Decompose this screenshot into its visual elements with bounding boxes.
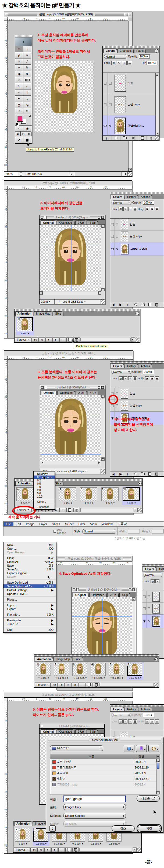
- file-row[interactable]: 2.토마토토이즈 2004.11.20: [50, 765, 156, 770]
- menu-item[interactable]: File Info...⇧⌘K: [3, 613, 56, 617]
- height-field[interactable]: [152, 529, 164, 533]
- unify-style-button[interactable]: ▣: [155, 207, 159, 211]
- link-toggle[interactable]: [109, 82, 112, 85]
- tab-optimized[interactable]: Optimized: [57, 391, 75, 395]
- style-select[interactable]: Normal: [82, 529, 116, 534]
- link-toggle[interactable]: [116, 235, 118, 238]
- animation-frame[interactable]: 3 1 sec.▾: [58, 487, 77, 505]
- fill-value[interactable]: 100%: [147, 61, 158, 65]
- menu-item-current[interactable]: 1 seconds: [34, 505, 54, 508]
- menu-item[interactable]: Import▶: [3, 603, 56, 607]
- menu-edit[interactable]: Edit: [13, 522, 24, 526]
- layer-name[interactable]: 눈섭 copy: [126, 103, 140, 106]
- layer-row[interactable]: [142, 591, 164, 603]
- collapse-box-icon[interactable]: [132, 588, 135, 591]
- layer-name[interactable]: 금발머리여...: [126, 124, 144, 128]
- tab-image-map[interactable]: Image Map: [34, 311, 52, 316]
- frame-delay[interactable]: 1 sec.▾: [16, 501, 34, 504]
- layer-mask-icon[interactable]: [132, 471, 139, 476]
- tab-layers[interactable]: Layers: [111, 364, 124, 368]
- link-toggle[interactable]: [116, 223, 118, 226]
- lock-paint-button[interactable]: ✎: [117, 61, 121, 65]
- lock-all-button[interactable]: [127, 61, 132, 65]
- menu-item[interactable]: Preview In▶: [3, 618, 56, 622]
- frame-delay[interactable]: ∵0.1 sec.▾: [91, 676, 106, 679]
- close-box-icon[interactable]: [73, 588, 75, 591]
- close-box-icon[interactable]: [5, 13, 8, 16]
- visibility-toggle[interactable]: [111, 235, 114, 238]
- tab-history[interactable]: History: [157, 567, 164, 571]
- menu-item[interactable]: Jump To▶: [3, 622, 56, 626]
- tab-layers[interactable]: Layers: [111, 707, 124, 711]
- magic-wand-tool-icon[interactable]: ✶: [23, 52, 31, 59]
- play-button[interactable]: ▶: [65, 683, 72, 687]
- tab-slice[interactable]: Slice: [53, 311, 64, 316]
- menu-select[interactable]: Select: [63, 522, 76, 526]
- layer-thumbnail[interactable]: [115, 96, 126, 113]
- animation-frame[interactable]: 1 ∵1 sec.▾: [35, 662, 52, 680]
- menu-item[interactable]: 10.0: [34, 495, 54, 498]
- frame-delay[interactable]: 0.1 sec.▾: [52, 842, 67, 845]
- lock-paint-button[interactable]: ✎: [123, 207, 127, 211]
- duplicate-frame-button[interactable]: [67, 508, 73, 512]
- animation-frame[interactable]: 1 1 sec.▾: [16, 487, 35, 505]
- doc-titlebar[interactable]: Untitled-1 @ 300%(Origi···: [40, 724, 104, 728]
- lock-paint-button[interactable]: ✎: [155, 579, 159, 583]
- scroll-right-icon[interactable]: [131, 338, 135, 342]
- brush-icon[interactable]: ✎: [115, 242, 119, 255]
- column-date[interactable]: 수정일: [133, 755, 156, 758]
- unify-style-button[interactable]: ▣: [155, 376, 159, 380]
- blend-mode-select[interactable]: Normal: [144, 572, 162, 577]
- eye-icon[interactable]: [143, 620, 146, 622]
- tab-4up[interactable]: 4-Up: [87, 220, 98, 224]
- menu-item-other[interactable]: Other...: [34, 500, 54, 503]
- next-frame-icon[interactable]: |▶: [117, 471, 124, 476]
- tab-animation[interactable]: Animation: [15, 481, 33, 486]
- layer-name[interactable]: 입술: [128, 392, 135, 396]
- tab-layers[interactable]: Layers: [104, 49, 117, 53]
- doc-vscroll[interactable]: [101, 225, 105, 291]
- layer-row[interactable]: 눈섭 copy: [103, 94, 155, 115]
- resize-grip[interactable]: [101, 300, 105, 304]
- lock-transparency-button[interactable]: ▨: [151, 579, 155, 583]
- collapse-box-icon[interactable]: [101, 216, 104, 219]
- lock-transparency-button[interactable]: ▨: [119, 207, 123, 211]
- palette-resize-grip[interactable]: [155, 135, 159, 141]
- brush-icon[interactable]: ✎: [147, 615, 151, 628]
- animation-frame-selected[interactable]: 6 ∵0.5 sec.▾: [127, 662, 143, 680]
- frames-scrollbar[interactable]: [80, 338, 131, 342]
- menu-item[interactable]: Save As...⇧⌘S: [3, 567, 56, 571]
- scroll-right-icon[interactable]: [134, 508, 138, 512]
- quick-mask-mode-icon[interactable]: ◉: [23, 126, 31, 131]
- tab-channels[interactable]: Channels: [118, 49, 134, 53]
- format-select[interactable]: Images Only: [64, 804, 126, 810]
- layer-thumbnail[interactable]: [153, 592, 160, 602]
- new-layer-icon[interactable]: [138, 135, 147, 141]
- frame-delay[interactable]: 1 sec.▾: [59, 501, 77, 504]
- layer-thumbnail[interactable]: [153, 616, 160, 627]
- path-select-tool-icon[interactable]: ↖: [15, 90, 23, 96]
- frame-delay[interactable]: 0.5 sec.▾: [107, 842, 122, 845]
- menu-item[interactable]: Place...: [3, 598, 56, 601]
- menu-view[interactable]: View: [88, 522, 99, 526]
- foreground-color-swatch[interactable]: [17, 116, 23, 122]
- layer-mask-icon[interactable]: [132, 302, 139, 307]
- scroll-right-icon[interactable]: [133, 847, 136, 852]
- doc-canvas[interactable]: [72, 597, 132, 655]
- dialog-titlebar[interactable]: Save Optimized As: [46, 737, 163, 742]
- tab-original[interactable]: Original: [41, 391, 57, 395]
- lasso-tool-icon[interactable]: ρ: [15, 52, 23, 59]
- unify-visibility-button[interactable]: ▣: [150, 207, 154, 211]
- backward-button[interactable]: ◀|: [38, 338, 45, 342]
- tab-4up[interactable]: 4-Up: [87, 730, 98, 734]
- visibility-toggle[interactable]: [104, 82, 107, 85]
- brush-icon[interactable]: ✎: [108, 115, 113, 135]
- layer-name[interactable]: 눈섭 copy: [128, 235, 142, 238]
- palette-menu-icon[interactable]: [138, 482, 142, 485]
- layer-name[interactable]: 금발머리여자: [128, 247, 147, 251]
- zoom-box-icon[interactable]: [98, 216, 100, 219]
- layer-name[interactable]: 눈섭 copy: [128, 404, 142, 408]
- unify-position-button[interactable]: ▣: [145, 376, 149, 380]
- animation-frame[interactable]: 1 1 sec.▾: [16, 317, 34, 335]
- eraser-tool-icon[interactable]: ▱: [15, 77, 23, 83]
